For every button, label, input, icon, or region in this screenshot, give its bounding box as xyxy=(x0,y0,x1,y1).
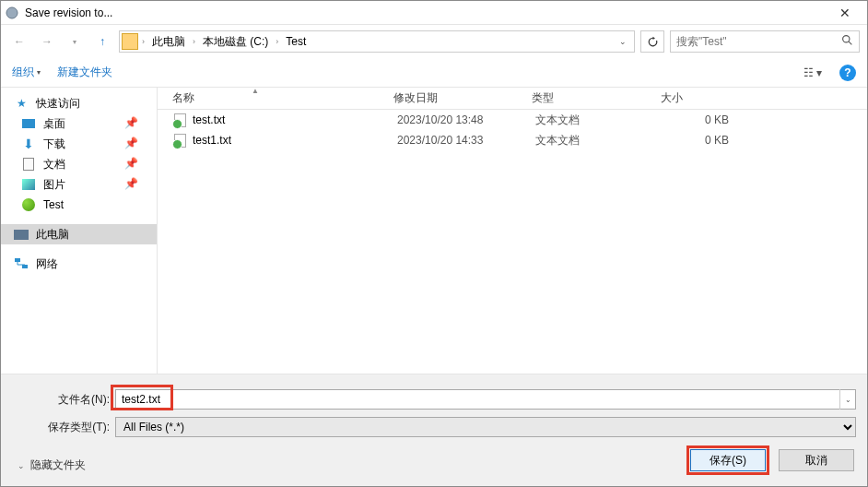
breadcrumb-drive[interactable]: 本地磁盘 (C:) xyxy=(199,32,272,52)
sort-asc-icon: ▲ xyxy=(252,87,259,95)
file-list: 名称 ▲ 修改日期 类型 大小 test.txt 2023/10/20 13:4… xyxy=(158,88,867,374)
recent-dropdown[interactable]: ▾ xyxy=(64,30,86,53)
help-button[interactable]: ? xyxy=(839,65,856,81)
pictures-icon xyxy=(21,177,36,192)
filename-label: 文件名(N): xyxy=(12,392,115,408)
filetype-label: 保存类型(T): xyxy=(12,420,115,435)
file-row[interactable]: test1.txt 2023/10/20 14:33 文本文档 0 KB xyxy=(158,130,867,150)
svg-point-0 xyxy=(6,7,18,18)
file-date: 2023/10/20 13:48 xyxy=(397,113,535,126)
organize-label: 组织 xyxy=(12,65,34,80)
address-dropdown-icon[interactable]: ⌄ xyxy=(614,37,632,46)
chevron-down-icon: ⌄ xyxy=(18,461,25,470)
sidebar-label: 下载 xyxy=(43,137,65,152)
file-row[interactable]: test.txt 2023/10/20 13:48 文本文档 0 KB xyxy=(158,110,867,130)
app-icon xyxy=(5,6,19,20)
view-options-button[interactable]: ☷ ▾ xyxy=(795,66,830,79)
sidebar-item-test[interactable]: Test xyxy=(1,195,157,215)
pc-icon xyxy=(14,227,29,242)
text-file-icon xyxy=(172,113,187,127)
chevron-down-icon: ▾ xyxy=(816,66,822,79)
sidebar-item-documents[interactable]: 文档 📌 xyxy=(1,154,157,174)
svg-line-2 xyxy=(849,42,851,44)
cancel-button[interactable]: 取消 xyxy=(779,449,854,471)
search-input[interactable]: 搜索"Test" xyxy=(670,30,860,53)
main-area: ★ 快速访问 桌面 📌 ⬇ 下载 📌 文档 📌 图片 📌 Test xyxy=(1,88,867,374)
save-button[interactable]: 保存(S) xyxy=(690,449,766,471)
file-type: 文本文档 xyxy=(535,113,664,128)
breadcrumb-folder[interactable]: Test xyxy=(282,33,310,50)
file-name: test1.txt xyxy=(193,134,397,147)
column-size[interactable]: 大小 xyxy=(661,90,753,106)
filename-input[interactable] xyxy=(115,389,856,410)
new-folder-button[interactable]: 新建文件夹 xyxy=(57,65,112,80)
sidebar-label: 快速访问 xyxy=(36,96,80,112)
sidebar-item-desktop[interactable]: 桌面 📌 xyxy=(1,113,157,134)
up-button[interactable]: ↑ xyxy=(91,30,113,53)
sidebar-item-pictures[interactable]: 图片 📌 xyxy=(1,174,157,195)
file-size: 0 KB xyxy=(664,113,757,126)
sidebar-item-downloads[interactable]: ⬇ 下载 📌 xyxy=(1,134,157,154)
cancel-label: 取消 xyxy=(805,453,827,469)
pin-icon: 📌 xyxy=(124,157,138,170)
file-name: test.txt xyxy=(193,113,397,126)
close-button[interactable]: ✕ xyxy=(827,6,863,20)
hide-folders-button[interactable]: ⌄ 隐藏文件夹 xyxy=(18,457,86,473)
sidebar-quick-access[interactable]: ★ 快速访问 xyxy=(1,93,157,113)
sidebar-label: 文档 xyxy=(43,157,65,172)
window-title: Save revision to... xyxy=(25,6,827,19)
new-folder-label: 新建文件夹 xyxy=(57,65,112,80)
sidebar-label: 桌面 xyxy=(43,116,65,132)
network-icon xyxy=(14,256,29,271)
view-icon: ☷ xyxy=(803,66,814,79)
file-date: 2023/10/20 14:33 xyxy=(397,134,535,147)
search-placeholder: 搜索"Test" xyxy=(676,34,841,50)
sidebar-label: 此电脑 xyxy=(36,227,69,243)
sidebar-label: 图片 xyxy=(43,177,65,193)
folder-icon xyxy=(122,33,138,50)
toolbar: 组织 ▾ 新建文件夹 ☷ ▾ ? xyxy=(1,58,867,88)
column-name[interactable]: 名称 ▲ xyxy=(172,90,393,106)
bottom-panel: 文件名(N): ⌄ 保存类型(T): All Files (*.*) ⌄ 隐藏文… xyxy=(1,374,867,486)
sidebar-this-pc[interactable]: 此电脑 xyxy=(1,224,157,244)
refresh-button[interactable] xyxy=(640,30,664,53)
filename-dropdown-icon[interactable]: ⌄ xyxy=(839,389,856,410)
pin-icon: 📌 xyxy=(124,137,138,149)
column-type[interactable]: 类型 xyxy=(532,90,661,106)
test-folder-icon xyxy=(21,197,36,212)
search-icon xyxy=(841,34,853,49)
column-headers: 名称 ▲ 修改日期 类型 大小 xyxy=(158,88,867,110)
filetype-select[interactable]: All Files (*.*) xyxy=(115,417,856,437)
address-bar[interactable]: › 此电脑 › 本地磁盘 (C:) › Test ⌄ xyxy=(119,30,635,53)
chevron-right-icon: › xyxy=(193,37,195,46)
sidebar-network[interactable]: 网络 xyxy=(1,254,157,274)
highlight-marker: 保存(S) xyxy=(686,445,769,475)
documents-icon xyxy=(21,157,36,172)
sidebar-label: Test xyxy=(43,198,64,211)
desktop-icon xyxy=(21,116,36,131)
sidebar: ★ 快速访问 桌面 📌 ⬇ 下载 📌 文档 📌 图片 📌 Test xyxy=(1,88,158,374)
chevron-right-icon: › xyxy=(276,37,278,46)
nav-row: ← → ▾ ↑ › 此电脑 › 本地磁盘 (C:) › Test ⌄ 搜索"Te… xyxy=(1,25,867,58)
text-file-icon xyxy=(172,133,187,148)
download-icon: ⬇ xyxy=(21,137,36,151)
title-bar: Save revision to... ✕ xyxy=(1,1,867,25)
forward-button[interactable]: → xyxy=(36,30,58,53)
refresh-icon xyxy=(647,36,659,48)
sidebar-label: 网络 xyxy=(36,256,58,272)
hide-folders-label: 隐藏文件夹 xyxy=(30,457,86,473)
svg-rect-3 xyxy=(15,258,20,262)
pin-icon: 📌 xyxy=(124,177,138,190)
organize-button[interactable]: 组织 ▾ xyxy=(12,65,41,80)
chevron-right-icon: › xyxy=(142,37,145,46)
file-size: 0 KB xyxy=(664,134,757,147)
pin-icon: 📌 xyxy=(124,116,138,129)
back-button[interactable]: ← xyxy=(8,30,30,53)
file-type: 文本文档 xyxy=(535,133,664,148)
chevron-down-icon: ▾ xyxy=(37,68,41,77)
svg-rect-4 xyxy=(22,265,28,268)
breadcrumb-this-pc[interactable]: 此电脑 xyxy=(148,32,189,52)
column-date[interactable]: 修改日期 xyxy=(393,90,532,106)
star-icon: ★ xyxy=(14,96,29,111)
save-label: 保存(S) xyxy=(710,453,746,469)
